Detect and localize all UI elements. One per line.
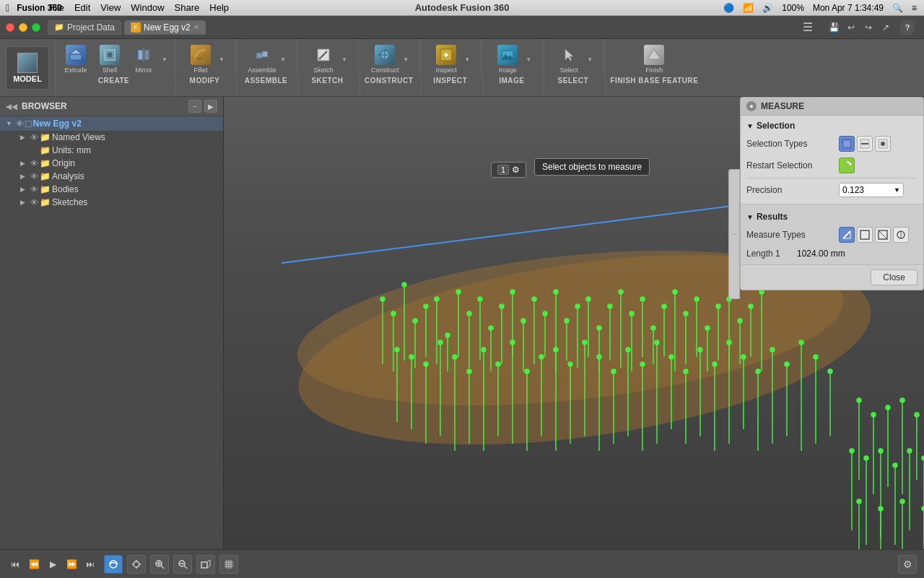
search-icon[interactable]: 🔍 bbox=[892, 3, 903, 13]
menu-file[interactable]: File bbox=[49, 2, 64, 13]
menu-extra-icon[interactable]: ≡ bbox=[912, 3, 917, 13]
sidebar-action-btn-2[interactable]: ▶ bbox=[204, 100, 217, 113]
playback-skip-forward-button[interactable]: ⏭ bbox=[82, 556, 98, 572]
tree-item-analysis[interactable]: ▶ 👁 📁 Analysis bbox=[14, 170, 223, 183]
zoom-in-button[interactable] bbox=[150, 555, 169, 574]
measure-selection-header[interactable]: ▼ Selection bbox=[746, 118, 918, 133]
measure-type-btn-3[interactable] bbox=[875, 227, 891, 243]
tree-item-sketches[interactable]: ▶ 👁 📁 Sketches bbox=[14, 196, 223, 209]
tab-new-egg[interactable]: F New Egg v2 ✕ bbox=[124, 20, 206, 35]
assemble-dropdown[interactable]: ▼ bbox=[280, 56, 286, 62]
tree-toggle-sketches[interactable]: ▶ bbox=[20, 199, 29, 206]
viewport[interactable]: TOP FRONT RIGHT 1 ⚙ Select objects to me… bbox=[224, 97, 924, 549]
measure-type-btn-4[interactable] bbox=[893, 227, 909, 243]
tree-toggle-origin[interactable]: ▶ bbox=[20, 160, 29, 167]
menu-edit[interactable]: Edit bbox=[74, 2, 90, 13]
construct-button[interactable]: Construct bbox=[369, 42, 401, 77]
svg-point-90 bbox=[716, 304, 720, 309]
create-shell-button[interactable]: Shell bbox=[94, 42, 126, 77]
create-section-label: CREATE bbox=[98, 77, 129, 85]
tree-item-root[interactable]: ▼ 👁 □ New Egg v2 bbox=[0, 116, 223, 131]
precision-select[interactable]: 0.123 ▼ bbox=[839, 183, 904, 197]
redo-button[interactable]: ↪ bbox=[860, 20, 876, 35]
measure-results-header[interactable]: ▼ Results bbox=[746, 210, 918, 224]
pan-button[interactable] bbox=[127, 555, 146, 574]
tree-eye-origin[interactable]: 👁 bbox=[30, 159, 38, 168]
inspect-button[interactable]: Inspect bbox=[430, 42, 462, 77]
menu-hamburger-button[interactable]: ☰ bbox=[798, 18, 817, 37]
menu-help[interactable]: Help bbox=[209, 2, 229, 13]
zoom-out-button[interactable] bbox=[173, 555, 192, 574]
tree-eye-root[interactable]: 👁 bbox=[16, 119, 24, 128]
menu-window[interactable]: Window bbox=[131, 2, 164, 13]
assemble-button[interactable]: Assemble bbox=[246, 42, 278, 77]
inspect-dropdown[interactable]: ▼ bbox=[464, 56, 470, 62]
tree-item-units[interactable]: ▶ 👁 📁 Units: mm bbox=[14, 144, 223, 157]
save-button[interactable]: 💾 bbox=[826, 20, 842, 35]
grid-button[interactable] bbox=[219, 555, 238, 574]
modify-dropdown-arrow[interactable]: ▼ bbox=[219, 56, 225, 62]
apple-menu-icon[interactable]:  bbox=[6, 2, 9, 14]
help-button[interactable]: ? bbox=[899, 20, 915, 35]
tree-item-named-views[interactable]: ▶ 👁 📁 Named Views bbox=[14, 131, 223, 144]
tree-toggle-bodies[interactable]: ▶ bbox=[20, 186, 29, 193]
tree-toggle-analysis[interactable]: ▶ bbox=[20, 173, 29, 180]
tab-close-icon[interactable]: ✕ bbox=[193, 23, 199, 31]
tree-eye-analysis[interactable]: 👁 bbox=[30, 172, 38, 181]
playback-play-button[interactable]: ▶ bbox=[45, 556, 61, 572]
vertex-select-button[interactable] bbox=[875, 136, 891, 152]
tree-eye-sketches[interactable]: 👁 bbox=[30, 198, 38, 207]
tree-eye-named-views[interactable]: 👁 bbox=[30, 133, 38, 142]
face-select-button[interactable] bbox=[839, 136, 855, 152]
image-dropdown[interactable]: ▼ bbox=[526, 56, 531, 62]
sidebar-action-btn-1[interactable]: − bbox=[188, 100, 201, 113]
sidebar-collapse-icon[interactable]: ◀◀ bbox=[6, 103, 17, 111]
playback-step-forward-button[interactable]: ⏩ bbox=[64, 556, 79, 572]
tree-item-bodies[interactable]: ▶ 👁 📁 Bodies bbox=[14, 183, 223, 196]
tree-item-origin[interactable]: ▶ 👁 📁 Origin bbox=[14, 157, 223, 170]
maximize-window-button[interactable] bbox=[32, 23, 40, 32]
restart-selection-button[interactable] bbox=[839, 158, 855, 173]
counter-settings-icon[interactable]: ⚙ bbox=[512, 165, 520, 175]
sketch-button[interactable]: Sketch bbox=[308, 42, 339, 77]
edge-select-button[interactable] bbox=[857, 136, 873, 152]
tab-project-data[interactable]: 📁 Project Data bbox=[48, 20, 121, 35]
select-dropdown[interactable]: ▼ bbox=[587, 56, 593, 62]
create-dropdown-arrow[interactable]: ▼ bbox=[162, 56, 167, 62]
tab-new-egg-label: New Egg v2 bbox=[144, 22, 191, 33]
menu-view[interactable]: View bbox=[100, 2, 121, 13]
playback-skip-back-button[interactable]: ⏮ bbox=[7, 556, 23, 572]
precision-value: 0.123 bbox=[842, 185, 864, 195]
tree-label-root: New Egg v2 bbox=[32, 118, 220, 129]
share-button[interactable]: ↗ bbox=[878, 20, 894, 35]
playback-step-back-button[interactable]: ⏪ bbox=[26, 556, 42, 572]
sketch-dropdown[interactable]: ▼ bbox=[341, 56, 347, 62]
tree-eye-bodies[interactable]: 👁 bbox=[30, 185, 38, 194]
finish-button[interactable]: Finish bbox=[638, 42, 670, 77]
create-extrude-button[interactable]: Extrude bbox=[60, 42, 92, 77]
panel-resize-handle[interactable]: ⋮ bbox=[728, 169, 740, 299]
toolbar-sep-7 bbox=[541, 39, 542, 75]
view-cube-button[interactable] bbox=[196, 555, 215, 574]
svg-point-126 bbox=[583, 340, 587, 345]
image-button[interactable]: Image bbox=[492, 42, 523, 77]
model-toggle-button[interactable]: MODEL bbox=[6, 46, 49, 90]
construct-dropdown[interactable]: ▼ bbox=[403, 56, 409, 62]
menu-share[interactable]: Share bbox=[175, 2, 200, 13]
settings-button[interactable]: ⚙ bbox=[898, 555, 917, 574]
tree-toggle-named-views[interactable]: ▶ bbox=[20, 134, 29, 141]
close-window-button[interactable] bbox=[6, 23, 14, 32]
modify-fillet-button[interactable]: Fillet bbox=[185, 42, 217, 77]
orbit-icon-button[interactable] bbox=[104, 555, 123, 574]
measure-type-btn-1[interactable] bbox=[839, 227, 855, 243]
undo-button[interactable]: ↩ bbox=[843, 20, 859, 35]
bottom-right-controls: ⚙ bbox=[898, 555, 917, 574]
select-button[interactable]: Select bbox=[553, 42, 585, 77]
measure-close-button[interactable]: Close bbox=[871, 269, 918, 285]
svg-point-130 bbox=[611, 369, 616, 374]
tree-label-origin: Origin bbox=[52, 158, 220, 168]
minimize-window-button[interactable] bbox=[19, 23, 27, 32]
tree-toggle-root[interactable]: ▼ bbox=[6, 120, 14, 127]
create-mirror-button[interactable]: Mirror bbox=[128, 42, 160, 77]
measure-type-btn-2[interactable] bbox=[857, 227, 873, 243]
